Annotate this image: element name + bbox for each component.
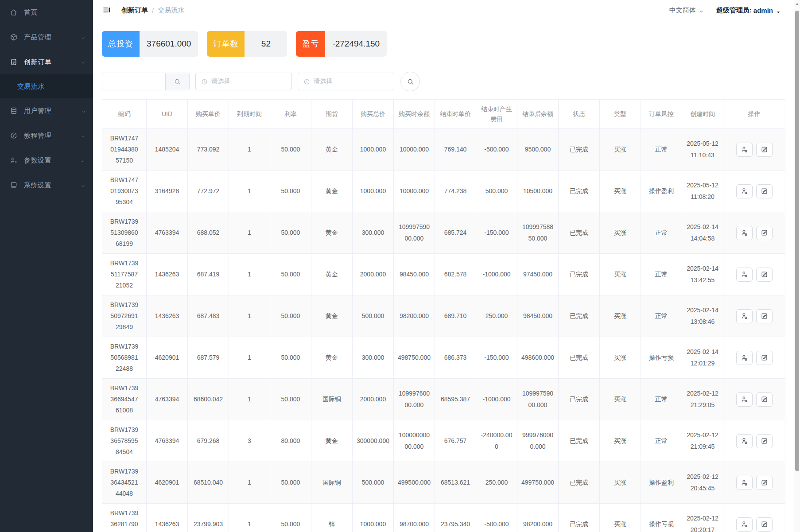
edit-icon: [761, 146, 768, 153]
edit-order-button[interactable]: [756, 434, 773, 448]
edit-order-button[interactable]: [756, 226, 773, 240]
cell-created: 2025-02-14 12:01:29: [682, 337, 723, 379]
cell-uid: 1436263: [147, 254, 188, 295]
date-to-picker[interactable]: 请选择: [298, 73, 394, 90]
search-submit-button[interactable]: [400, 72, 420, 91]
search-input[interactable]: [102, 73, 165, 90]
system-icon: [10, 181, 18, 189]
sidebar-item-orders[interactable]: 创新订单: [0, 50, 93, 74]
table-row[interactable]: BRW173950972691298491436263687.483150.00…: [102, 295, 785, 337]
scrollbar: ▲: [794, 0, 800, 532]
table-row[interactable]: BRW173936578595845044763394679.268380.00…: [102, 420, 785, 462]
table-row[interactable]: BRW173950568981224884620901687.579150.00…: [102, 337, 785, 379]
edit-icon: [761, 354, 768, 361]
admin-menu[interactable]: 超级管理员: admin: [716, 6, 781, 15]
edit-order-button[interactable]: [756, 184, 773, 198]
cell-expire_time: 1: [229, 379, 270, 420]
cell-futures: 黄金: [311, 420, 353, 462]
edit-order-button[interactable]: [756, 392, 773, 407]
column-header: 期货: [311, 100, 353, 129]
cell-expire_time: 1: [229, 295, 270, 337]
cell-status: 已完成: [559, 254, 600, 295]
cell-created: 2025-02-12 21:09:45: [682, 420, 723, 462]
chevron-down-icon: [81, 35, 86, 40]
cell-type: 买涨: [600, 295, 641, 337]
breadcrumb-parent[interactable]: 创新订单: [121, 6, 148, 15]
cell-buy_total: 2000.000: [353, 254, 394, 295]
sidebar-item-system[interactable]: 系统设置: [0, 173, 93, 198]
sidebar-toggle-icon[interactable]: [102, 6, 113, 15]
tutorial-icon: [10, 132, 18, 140]
edit-order-button[interactable]: [756, 476, 773, 490]
cell-futures: 国际铜: [311, 462, 353, 504]
edit-order-button[interactable]: [756, 143, 773, 157]
sidebar-item-home[interactable]: 首页: [0, 0, 93, 25]
clock-icon: [201, 78, 208, 85]
scroll-up-arrow-icon[interactable]: ▲: [794, 2, 800, 6]
sidebar-item-users[interactable]: 用户管理: [0, 98, 93, 123]
view-user-button[interactable]: [736, 351, 753, 365]
sidebar-item-params[interactable]: 参数设置: [0, 148, 93, 173]
cell-futures: 锌: [311, 504, 353, 532]
cell-balance_after: 97450.000: [517, 254, 559, 295]
view-user-button[interactable]: [736, 476, 753, 490]
edit-order-button[interactable]: [756, 309, 773, 323]
view-user-button[interactable]: [736, 226, 753, 240]
cell-expire_time: 1: [229, 171, 270, 212]
sidebar-item-tutorial[interactable]: 教程管理: [0, 123, 93, 148]
table-row[interactable]: BRW173951309860681994763394688.052150.00…: [102, 212, 785, 254]
main-area: 创新订单 / 交易流水 中文简体 超级管理员: admin 总投资376601.…: [93, 0, 800, 532]
scrollbar-thumb[interactable]: [795, 11, 799, 471]
table-row[interactable]: BRW174701944380571501485204773.092150.00…: [102, 129, 785, 171]
edit-order-button[interactable]: [756, 268, 773, 282]
table-row[interactable]: BRW173951177587210521436263687.419150.00…: [102, 254, 785, 295]
search-append-button[interactable]: [165, 73, 189, 90]
cell-status: 已完成: [559, 379, 600, 420]
sidebar-item-label: 参数设置: [24, 156, 81, 165]
cell-balance_after: 499750.000: [517, 462, 559, 504]
column-header: 利率: [270, 100, 311, 129]
cell-buy_price: 687.419: [188, 254, 229, 295]
view-user-button[interactable]: [736, 309, 753, 323]
cell-expire_time: 1: [229, 337, 270, 379]
user-action-icon: [741, 229, 748, 237]
edit-order-button[interactable]: [756, 351, 773, 365]
edit-icon: [761, 187, 768, 195]
table-row[interactable]: BRW174701930073953043164928772.972150.00…: [102, 171, 785, 212]
cell-code: BRW17395056898122488: [102, 337, 147, 379]
cell-uid: 4620901: [147, 337, 188, 379]
cell-code: BRW17395130986068199: [102, 212, 147, 254]
table-row[interactable]: BRW17393669454761008476339468600.042150.…: [102, 379, 785, 420]
edit-order-button[interactable]: [756, 517, 773, 532]
column-header: 购买总价: [353, 100, 394, 129]
sidebar-subitem-trade-flow[interactable]: 交易流水: [0, 75, 93, 97]
cell-rate: 50.000: [270, 337, 311, 379]
view-user-button[interactable]: [736, 392, 753, 407]
user-action-icon: [741, 312, 748, 320]
view-user-button[interactable]: [736, 434, 753, 448]
language-selector[interactable]: 中文简体: [669, 6, 704, 15]
table-row[interactable]: BRW17393643452144048462090168510.040150.…: [102, 462, 785, 504]
cell-buy_total: 500.000: [353, 462, 394, 504]
view-user-button[interactable]: [736, 184, 753, 198]
table-row[interactable]: BRW17393628179073427143626323799.903150.…: [102, 504, 785, 532]
edit-icon: [761, 520, 768, 528]
cell-uid: 1485204: [147, 129, 188, 171]
view-user-button[interactable]: [736, 268, 753, 282]
cell-balance_at_buy: 498750.000: [394, 337, 435, 379]
sidebar-item-product[interactable]: 产品管理: [0, 25, 93, 50]
stat-card-label: 盈亏: [296, 31, 325, 57]
cell-buy_price: 687.483: [188, 295, 229, 337]
cell-balance_after: 9999760000.000: [517, 420, 559, 462]
cell-risk: 正常: [641, 420, 682, 462]
stat-card-value: 376601.000: [140, 31, 198, 57]
cell-buy_price: 679.268: [188, 420, 229, 462]
view-user-button[interactable]: [736, 517, 753, 532]
cell-code: BRW17395117758721052: [102, 254, 147, 295]
date-from-picker[interactable]: 请选择: [195, 73, 292, 90]
column-header: 购买单价: [188, 100, 229, 129]
cell-actions: [723, 295, 785, 337]
view-user-button[interactable]: [736, 143, 753, 157]
stat-card-label: 订单数: [207, 31, 245, 57]
cell-futures: 黄金: [311, 171, 353, 212]
